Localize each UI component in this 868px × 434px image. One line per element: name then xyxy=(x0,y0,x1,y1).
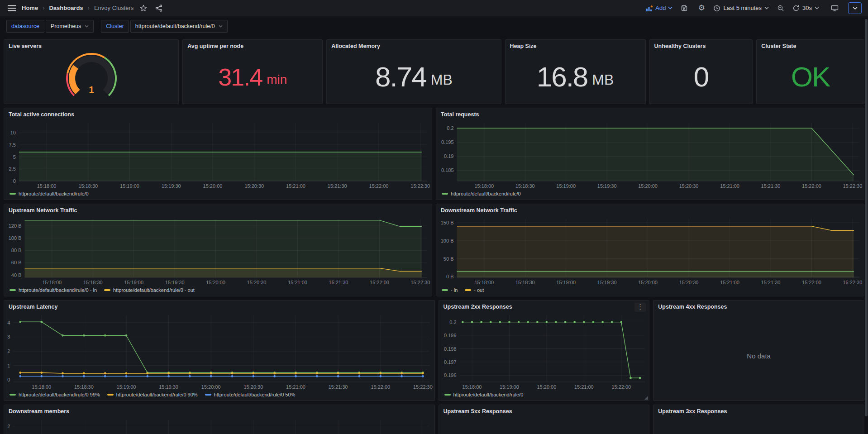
panel-title[interactable]: Allocated Memory xyxy=(327,40,501,50)
svg-text:15:19:00: 15:19:00 xyxy=(556,183,576,189)
legend: httproute/default/backend/rule/0 xyxy=(439,391,649,401)
panel-title[interactable]: Downstream Network Traffic xyxy=(436,204,864,215)
settings-gear-icon[interactable]: ⚙ xyxy=(696,3,707,14)
panel-title[interactable]: Total active connections xyxy=(4,108,432,119)
panel-title[interactable]: Upstream 4xx Responses xyxy=(653,300,864,311)
variable-cluster-value[interactable]: httproute/default/backend/rule/0 xyxy=(130,20,228,33)
svg-text:15:20:30: 15:20:30 xyxy=(679,183,699,189)
menu-icon[interactable] xyxy=(6,3,17,14)
svg-text:15:18:30: 15:18:30 xyxy=(74,384,94,390)
save-dashboard-icon[interactable] xyxy=(679,3,690,14)
svg-text:15:19:00: 15:19:00 xyxy=(124,280,143,285)
chart-downstream-network-traffic[interactable]: 15:18:0015:18:3015:19:0015:19:3015:20:00… xyxy=(436,215,864,286)
svg-text:15:21:30: 15:21:30 xyxy=(328,183,347,189)
legend-item[interactable]: httproute/default/backend/rule/0 xyxy=(442,191,521,196)
svg-text:15:18:00: 15:18:00 xyxy=(32,384,51,390)
svg-text:15:20:00: 15:20:00 xyxy=(638,183,658,189)
variable-cluster: Cluster httproute/default/backend/rule/0 xyxy=(101,20,227,33)
panel-title[interactable]: Cluster State xyxy=(757,40,864,50)
legend-item[interactable]: - in xyxy=(442,287,458,293)
svg-text:120 B: 120 B xyxy=(9,223,22,229)
svg-text:15:21:00: 15:21:00 xyxy=(286,183,305,189)
svg-text:0: 0 xyxy=(13,178,16,184)
live-servers-gauge: 1 xyxy=(4,50,178,104)
zoom-out-icon[interactable] xyxy=(775,3,786,14)
svg-text:15:19:00: 15:19:00 xyxy=(556,280,576,285)
kiosk-tv-icon[interactable] xyxy=(829,3,840,14)
panel-total-active-connections: Total active connections 15:18:0015:18:3… xyxy=(4,108,432,200)
panel-title[interactable]: Upstream 2xx Responses xyxy=(439,300,649,311)
variable-datasource-value[interactable]: Prometheus xyxy=(46,20,94,33)
svg-text:15:18:30: 15:18:30 xyxy=(515,280,535,285)
star-icon[interactable] xyxy=(138,3,149,14)
svg-text:0 B: 0 B xyxy=(446,274,454,279)
toolbar-collapse-button[interactable] xyxy=(848,2,862,14)
chart-upstream-2xx-responses[interactable]: 15:18:0015:19:0015:20:0015:21:0015:22:00… xyxy=(439,311,649,391)
panel-resize-handle[interactable] xyxy=(644,396,648,400)
chevron-down-icon xyxy=(219,25,223,28)
breadcrumb-home[interactable]: Home xyxy=(22,5,38,11)
panel-title[interactable]: Downstream members xyxy=(4,405,434,415)
legend-item[interactable]: - out xyxy=(465,287,484,293)
top-navbar: Home › Dashboards › Envoy Clusters Add ⚙… xyxy=(0,0,868,16)
legend: httproute/default/backend/rule/0 xyxy=(436,190,864,200)
share-icon[interactable] xyxy=(153,3,164,14)
chevron-down-icon xyxy=(668,6,672,10)
legend-item[interactable]: httproute/default/backend/rule/0 - in xyxy=(10,287,97,293)
panel-title[interactable]: Avg uptime per node xyxy=(183,40,322,50)
dashboard-grid: Live servers 1 Avg uptime per node 31.4m… xyxy=(0,36,868,434)
panel-total-requests: Total requests 15:18:0015:18:3015:19:001… xyxy=(436,108,864,200)
svg-text:15:21:00: 15:21:00 xyxy=(720,280,739,285)
variable-datasource-label: datasource xyxy=(6,20,44,33)
stat-value: 8.74MB xyxy=(327,50,501,104)
svg-text:15:22:00: 15:22:00 xyxy=(370,280,389,285)
vertical-scrollbar[interactable] xyxy=(865,19,868,416)
panel-title[interactable]: Upstream 5xx Responses xyxy=(439,405,649,415)
panel-title[interactable]: Unhealthy Clusters xyxy=(650,40,753,50)
chevron-down-icon xyxy=(815,6,819,10)
panel-title[interactable]: Total requests xyxy=(436,108,864,119)
svg-text:15:21:00: 15:21:00 xyxy=(286,384,305,390)
legend-item[interactable]: httproute/default/backend/rule/0 xyxy=(444,392,524,397)
panel-upstream-3xx-responses: Upstream 3xx Responses xyxy=(653,405,864,434)
svg-text:15:20:30: 15:20:30 xyxy=(679,280,699,285)
svg-text:15:20:30: 15:20:30 xyxy=(244,183,264,189)
variable-cluster-label: Cluster xyxy=(101,20,129,33)
chart-downstream-members[interactable]: 15:18:0015:18:3015:19:0015:19:3015:20:00… xyxy=(4,415,434,434)
panel-menu-kebab-icon[interactable]: ⋮ xyxy=(634,303,646,312)
legend-item[interactable]: httproute/default/backend/rule/0 50% xyxy=(205,392,296,397)
add-button[interactable]: Add xyxy=(646,5,672,11)
time-range-picker[interactable]: Last 5 minutes xyxy=(713,5,769,12)
refresh-icon xyxy=(792,5,800,12)
panel-title[interactable]: Upstream Network Traffic xyxy=(4,204,432,215)
panel-unhealthy-clusters: Unhealthy Clusters 0 xyxy=(649,39,753,104)
panel-title[interactable]: Live servers xyxy=(4,40,178,50)
time-range-label: Last 5 minutes xyxy=(723,5,762,11)
svg-text:2: 2 xyxy=(7,424,10,429)
chart-total-requests[interactable]: 15:18:0015:18:3015:19:0015:19:3015:20:00… xyxy=(436,119,864,190)
svg-text:60 B: 60 B xyxy=(11,260,22,265)
breadcrumb-dashboards[interactable]: Dashboards xyxy=(49,5,83,11)
chart-upstream-network-traffic[interactable]: 15:18:0015:18:3015:19:0015:19:3015:20:00… xyxy=(4,215,432,286)
svg-text:15:20:00: 15:20:00 xyxy=(206,280,225,285)
refresh-control[interactable]: 30s xyxy=(792,5,819,12)
legend-item[interactable]: httproute/default/backend/rule/0 99% xyxy=(10,392,100,397)
breadcrumb-separator: › xyxy=(88,5,90,11)
svg-text:15:19:30: 15:19:30 xyxy=(597,183,617,189)
svg-text:15:21:30: 15:21:30 xyxy=(761,183,781,189)
panel-title[interactable]: Heap Size xyxy=(506,40,645,50)
svg-text:7.5: 7.5 xyxy=(9,142,16,148)
legend-item[interactable]: httproute/default/backend/rule/0 - out xyxy=(104,287,195,293)
panel-title[interactable]: Upstream Latency xyxy=(4,300,434,311)
svg-text:15:21:30: 15:21:30 xyxy=(329,280,348,285)
legend-item[interactable]: httproute/default/backend/rule/0 xyxy=(10,191,89,196)
svg-text:15:21:00: 15:21:00 xyxy=(288,280,307,285)
legend-item[interactable]: httproute/default/backend/rule/0 90% xyxy=(107,392,198,397)
chart-upstream-latency[interactable]: 15:18:0015:18:3015:19:0015:19:3015:20:00… xyxy=(4,311,434,391)
svg-text:15:21:30: 15:21:30 xyxy=(761,280,781,285)
chart-total-active-connections[interactable]: 15:18:0015:18:3015:19:0015:19:3015:20:00… xyxy=(4,119,432,190)
panel-title[interactable]: Upstream 3xx Responses xyxy=(653,405,864,415)
svg-text:100 B: 100 B xyxy=(441,238,454,243)
svg-text:15:18:30: 15:18:30 xyxy=(78,183,98,189)
svg-text:0: 0 xyxy=(7,377,10,382)
